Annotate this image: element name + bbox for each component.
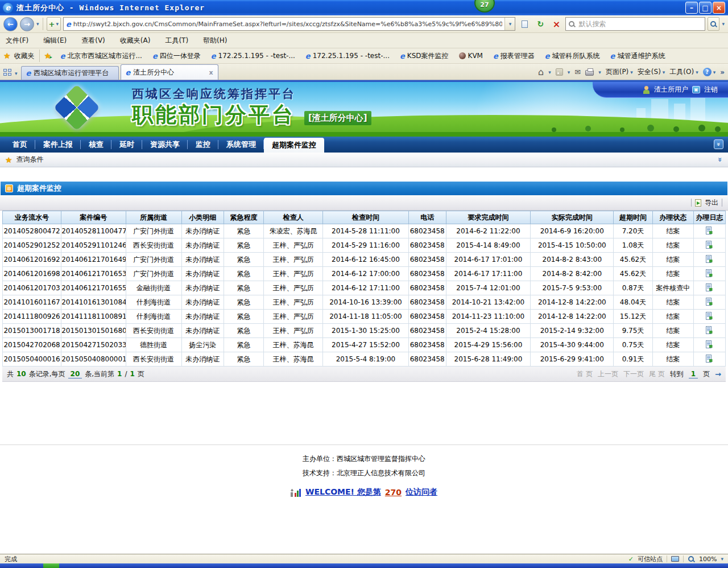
table-cell: 2014-11-18 11:05:00 — [323, 310, 408, 324]
favorite-item[interactable]: e四位一体登录 — [148, 50, 205, 62]
menu-item-0[interactable]: 文件(F) — [6, 36, 28, 46]
table-cell: 68023458 — [408, 253, 446, 267]
search-button[interactable] — [708, 17, 719, 31]
first-page-button[interactable]: 首 页 — [577, 369, 593, 379]
nav-item-5[interactable]: 监控 — [188, 137, 218, 153]
history-dropdown-icon[interactable]: ▾ — [36, 21, 39, 27]
nav-item-7[interactable]: 超期案件监控 — [264, 138, 324, 153]
case-log-icon[interactable] — [706, 241, 713, 249]
favorite-item[interactable]: e报表管理器 — [489, 50, 539, 62]
mail-icon[interactable]: ✉ — [574, 68, 581, 76]
table-cell: 2014-6-12 17:11:00 — [323, 281, 408, 295]
compatibility-view-button[interactable] — [518, 17, 531, 31]
logout-icon: ▣ — [692, 86, 700, 93]
goto-page-field[interactable]: 1 — [689, 370, 698, 378]
browser-tab[interactable]: e西城区城市运行管理平台 — [21, 66, 119, 80]
add-favorite-button[interactable]: +▾ — [47, 17, 61, 31]
refresh-button[interactable]: ↻ — [533, 17, 547, 31]
favorite-item[interactable]: KVM — [454, 50, 487, 62]
safety-menu-button[interactable]: 安全(S)▾ — [638, 67, 665, 77]
favorite-item[interactable]: e172.25.1.195 - -test-... — [206, 50, 300, 62]
menu-item-4[interactable]: 工具(T) — [165, 36, 188, 46]
nav-toggle-icon[interactable]: » — [714, 139, 723, 149]
nav-item-2[interactable]: 核查 — [81, 137, 111, 153]
table-cell: 什刹海街道 — [126, 310, 181, 324]
browser-tab[interactable]: e渣土所分中心x — [121, 64, 218, 80]
menu-item-2[interactable]: 查看(V) — [81, 36, 105, 46]
page-size-field[interactable]: 20 — [68, 370, 82, 378]
overflow-chevron-icon[interactable]: » — [720, 68, 725, 76]
page-menu-button[interactable]: 页面(P)▾ — [606, 67, 633, 77]
url-dropdown-icon[interactable]: ▾ — [504, 18, 515, 30]
help-button[interactable]: ?▾ — [703, 68, 716, 76]
restore-button[interactable]: □ — [699, 2, 712, 14]
stop-button[interactable]: × — [549, 17, 563, 31]
nav-item-4[interactable]: 资源共享 — [142, 137, 188, 153]
case-log-icon[interactable] — [706, 255, 713, 263]
url-input[interactable] — [73, 20, 503, 28]
table-row: 2014052800472201405281100477广安门外街道未办消纳证紧… — [3, 224, 726, 238]
query-conditions-bar[interactable]: ★ 查询条件 » — [0, 153, 728, 167]
menu-item-5[interactable]: 帮助(H) — [203, 36, 227, 46]
table-cell: 2014-5-29 11:16:00 — [323, 238, 408, 253]
spacer — [0, 167, 728, 182]
search-box[interactable] — [565, 17, 705, 31]
zoom-dropdown-icon[interactable]: ▾ — [721, 556, 723, 562]
url-field[interactable]: e ▾ — [63, 17, 516, 31]
trusted-zone-label[interactable]: 可信站点 — [638, 555, 663, 563]
nav-item-6[interactable]: 系统管理 — [218, 137, 264, 153]
case-log-icon[interactable] — [706, 312, 713, 320]
case-log-icon[interactable] — [706, 355, 713, 363]
search-options-icon[interactable]: ▾ — [722, 21, 725, 27]
favorite-item[interactable]: e北京市西城区城市运行... — [56, 50, 147, 62]
plus-icon: + — [49, 20, 55, 28]
back-button[interactable]: ← — [3, 17, 18, 31]
favorite-item[interactable]: eKSD案件监控 — [395, 50, 453, 62]
table-cell: 201505040800001 — [61, 352, 126, 367]
export-button[interactable]: 导出 — [705, 198, 718, 208]
table-cell: 紧急 — [224, 267, 263, 281]
favorite-item[interactable]: e172.25.1.195 - -test-... — [301, 50, 394, 62]
menu-item-3[interactable]: 收藏夹(A) — [120, 36, 151, 46]
welcome-suffix: 位访问者 — [406, 487, 437, 497]
favorite-item[interactable]: e城管通维护系统 — [606, 50, 670, 62]
add-to-favorites-bar-icon[interactable]: ★▸ — [44, 51, 52, 60]
pagination-bar: 共 10 条记录,每页 20 条,当前第 1 / 1 页 首 页 上一页 下一页… — [2, 367, 726, 382]
trusted-check-icon: ✓ — [628, 555, 634, 563]
nav-item-1[interactable]: 案件上报 — [35, 137, 81, 153]
search-input[interactable] — [578, 20, 702, 28]
tools-menu-button[interactable]: 工具(O)▾ — [669, 67, 698, 77]
case-log-icon[interactable] — [706, 227, 713, 234]
nav-item-0[interactable]: 首页 — [5, 137, 35, 153]
protected-mode-icon[interactable] — [671, 556, 679, 562]
favorite-item[interactable]: e城管科所队系统 — [540, 50, 605, 62]
last-page-button[interactable]: 尾 页 — [649, 369, 665, 379]
expand-chevron-icon[interactable]: » — [715, 157, 724, 162]
table-cell-log — [693, 224, 725, 238]
case-log-icon[interactable] — [706, 298, 713, 306]
menu-item-1[interactable]: 编辑(E) — [43, 36, 67, 46]
case-log-icon[interactable] — [706, 283, 713, 291]
case-log-icon[interactable] — [706, 269, 713, 277]
minimize-button[interactable]: – — [685, 2, 698, 14]
rss-feed-icon[interactable] — [556, 68, 563, 76]
goto-label: 转到 — [670, 369, 684, 379]
next-page-button[interactable]: 下一页 — [623, 369, 644, 379]
goto-button[interactable]: → — [715, 370, 721, 378]
home-icon[interactable]: ⌂ — [538, 68, 544, 77]
prev-page-button[interactable]: 上一页 — [598, 369, 618, 379]
case-log-icon[interactable] — [706, 340, 713, 348]
case-log-icon[interactable] — [706, 326, 713, 334]
favorites-label[interactable]: 收藏夹 — [14, 51, 35, 61]
zoom-level[interactable]: 100% — [699, 555, 717, 563]
zoom-icon[interactable] — [688, 555, 695, 563]
quick-tabs-button[interactable]: ▾ — [3, 69, 18, 77]
close-button[interactable]: × — [713, 2, 725, 14]
nav-item-3[interactable]: 延时 — [111, 137, 142, 153]
start-button-edge[interactable] — [43, 563, 59, 568]
forward-button[interactable]: → — [20, 17, 34, 31]
tab-close-icon[interactable]: x — [209, 69, 213, 76]
logout-link[interactable]: 注销 — [704, 85, 718, 94]
printer-icon[interactable] — [585, 70, 594, 76]
badge-count: 27 — [480, 1, 489, 9]
